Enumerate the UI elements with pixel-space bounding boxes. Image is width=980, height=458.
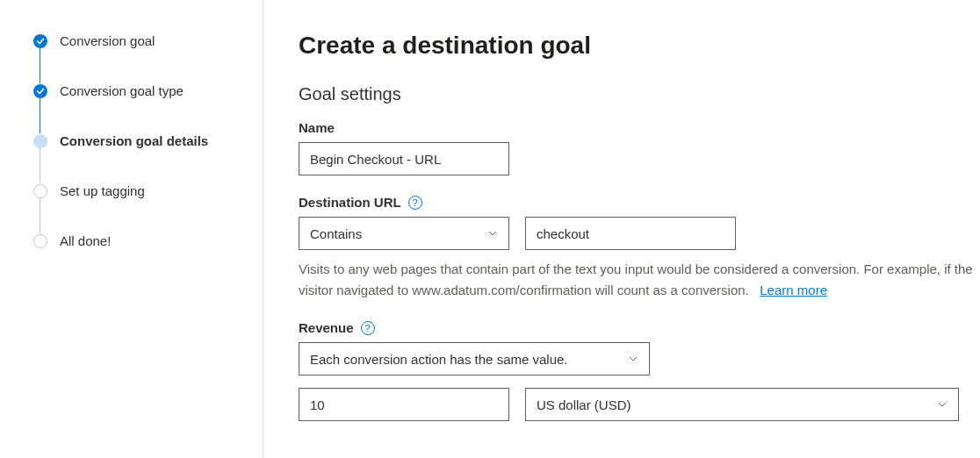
destination-url-label-text: Destination URL	[299, 195, 401, 210]
revenue-label: Revenue ?	[299, 320, 980, 335]
chevron-down-icon	[628, 354, 638, 364]
step-conversion-goal-type[interactable]: Conversion goal type	[33, 83, 245, 133]
step-label: Set up tagging	[60, 183, 145, 198]
step-label: Conversion goal type	[60, 83, 184, 98]
main-content: Create a destination goal Goal settings …	[263, 0, 980, 458]
revenue-field-group: Revenue ? Each conversion action has the…	[299, 320, 980, 421]
destination-url-operator-select[interactable]: Contains	[299, 217, 509, 250]
destination-url-field-group: Destination URL ? Contains Visits to any…	[299, 195, 980, 301]
destination-url-label: Destination URL ?	[299, 195, 980, 210]
revenue-amount-input[interactable]	[299, 388, 509, 421]
name-field-group: Name	[299, 120, 980, 175]
step-all-done[interactable]: All done!	[33, 233, 245, 248]
step-set-up-tagging[interactable]: Set up tagging	[33, 183, 245, 233]
revenue-mode-value: Each conversion action has the same valu…	[310, 352, 568, 367]
step-connector	[40, 147, 40, 183]
destination-url-value-input[interactable]	[525, 217, 736, 250]
step-connector	[40, 197, 40, 233]
revenue-label-text: Revenue	[299, 320, 354, 335]
step-pending-icon	[33, 234, 47, 248]
step-current-icon	[33, 134, 47, 148]
step-pending-icon	[33, 184, 47, 198]
revenue-currency-select[interactable]: US dollar (USD)	[525, 388, 959, 421]
name-input[interactable]	[299, 142, 509, 175]
revenue-mode-select[interactable]: Each conversion action has the same valu…	[299, 342, 650, 376]
step-connector	[40, 97, 40, 133]
help-icon[interactable]: ?	[361, 321, 375, 335]
step-label: Conversion goal details	[60, 133, 208, 148]
help-icon[interactable]: ?	[408, 196, 422, 210]
wizard-steps: Conversion goal Conversion goal type Con…	[33, 33, 245, 248]
step-connector	[40, 47, 40, 83]
chevron-down-icon	[937, 399, 948, 410]
step-label: All done!	[60, 233, 111, 248]
page-title: Create a destination goal	[299, 32, 980, 60]
check-icon	[33, 84, 47, 98]
destination-url-hint: Visits to any web pages that contain par…	[299, 259, 980, 301]
chevron-down-icon	[487, 228, 498, 239]
section-title: Goal settings	[299, 84, 980, 104]
learn-more-link[interactable]: Learn more	[760, 283, 827, 297]
wizard-sidebar: Conversion goal Conversion goal type Con…	[0, 0, 263, 458]
step-label: Conversion goal	[60, 33, 155, 48]
revenue-currency-value: US dollar (USD)	[537, 397, 631, 412]
destination-url-operator-value: Contains	[310, 226, 362, 241]
check-icon	[33, 34, 47, 48]
step-conversion-goal[interactable]: Conversion goal	[33, 33, 245, 83]
name-label: Name	[299, 120, 980, 135]
step-conversion-goal-details[interactable]: Conversion goal details	[33, 133, 245, 183]
